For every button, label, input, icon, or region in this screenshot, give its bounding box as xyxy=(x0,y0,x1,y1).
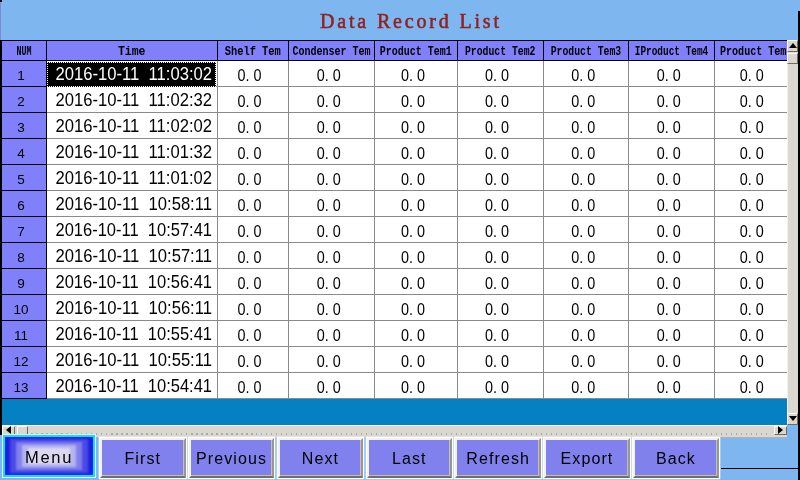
svg-text:0. 0: 0. 0 xyxy=(571,248,595,267)
svg-text:6: 6 xyxy=(17,198,25,213)
svg-text:2016-10-11 11:02:32: 2016-10-11 11:02:32 xyxy=(55,89,212,110)
svg-text:0. 0: 0. 0 xyxy=(739,248,763,267)
svg-text:0. 0: 0. 0 xyxy=(656,222,680,241)
svg-text:0. 0: 0. 0 xyxy=(238,92,262,111)
svg-text:0. 0: 0. 0 xyxy=(739,300,763,319)
svg-text:0. 0: 0. 0 xyxy=(401,378,425,397)
svg-text:3: 3 xyxy=(17,120,25,135)
svg-text:0. 0: 0. 0 xyxy=(401,274,425,293)
svg-text:0. 0: 0. 0 xyxy=(656,378,680,397)
svg-text:0. 0: 0. 0 xyxy=(401,66,425,85)
svg-text:13: 13 xyxy=(13,380,28,395)
svg-text:0. 0: 0. 0 xyxy=(739,66,763,85)
svg-text:0. 0: 0. 0 xyxy=(485,196,509,215)
svg-text:0. 0: 0. 0 xyxy=(401,248,425,267)
svg-text:0. 0: 0. 0 xyxy=(739,352,763,371)
svg-text:2016-10-11 10:57:41: 2016-10-11 10:57:41 xyxy=(55,219,212,240)
svg-text:0. 0: 0. 0 xyxy=(401,170,425,189)
svg-text:0. 0: 0. 0 xyxy=(571,274,595,293)
svg-text:Product Tem3: Product Tem3 xyxy=(551,44,622,59)
svg-text:0. 0: 0. 0 xyxy=(571,144,595,163)
svg-text:0. 0: 0. 0 xyxy=(401,222,425,241)
svg-text:0. 0: 0. 0 xyxy=(238,196,262,215)
svg-text:0. 0: 0. 0 xyxy=(485,248,509,267)
svg-text:NUM: NUM xyxy=(17,44,32,59)
svg-text:0. 0: 0. 0 xyxy=(401,326,425,345)
svg-text:0. 0: 0. 0 xyxy=(485,170,509,189)
svg-text:Data Record List: Data Record List xyxy=(320,10,499,32)
svg-text:2016-10-11 10:55:11: 2016-10-11 10:55:11 xyxy=(55,349,212,370)
svg-text:0. 0: 0. 0 xyxy=(238,300,262,319)
svg-text:0. 0: 0. 0 xyxy=(656,196,680,215)
svg-text:0. 0: 0. 0 xyxy=(316,326,340,345)
svg-text:1: 1 xyxy=(17,68,25,83)
svg-text:2016-10-11 11:02:02: 2016-10-11 11:02:02 xyxy=(55,115,212,136)
svg-text:2016-10-11 10:55:41: 2016-10-11 10:55:41 xyxy=(55,323,212,344)
svg-text:11: 11 xyxy=(13,328,27,343)
svg-text:0. 0: 0. 0 xyxy=(739,274,763,293)
svg-text:0. 0: 0. 0 xyxy=(316,378,340,397)
svg-text:0. 0: 0. 0 xyxy=(739,144,763,163)
svg-text:0. 0: 0. 0 xyxy=(238,144,262,163)
svg-text:2016-10-11 11:03:02: 2016-10-11 11:03:02 xyxy=(55,63,212,84)
svg-text:0. 0: 0. 0 xyxy=(238,248,262,267)
svg-text:0. 0: 0. 0 xyxy=(401,352,425,371)
svg-text:0. 0: 0. 0 xyxy=(316,92,340,111)
svg-text:IProduct Tem4: IProduct Tem4 xyxy=(635,44,709,59)
svg-text:0. 0: 0. 0 xyxy=(571,300,595,319)
svg-text:0. 0: 0. 0 xyxy=(238,274,262,293)
svg-text:Product Tem2: Product Tem2 xyxy=(465,44,536,59)
svg-text:2016-10-11 10:57:11: 2016-10-11 10:57:11 xyxy=(55,245,212,266)
svg-text:0. 0: 0. 0 xyxy=(656,248,680,267)
svg-text:0. 0: 0. 0 xyxy=(485,92,509,111)
svg-text:0. 0: 0. 0 xyxy=(656,274,680,293)
svg-text:0. 0: 0. 0 xyxy=(485,352,509,371)
svg-text:2016-10-11 10:56:41: 2016-10-11 10:56:41 xyxy=(55,271,212,292)
svg-text:0. 0: 0. 0 xyxy=(571,378,595,397)
svg-text:0. 0: 0. 0 xyxy=(739,326,763,345)
svg-text:0. 0: 0. 0 xyxy=(401,118,425,137)
svg-text:0. 0: 0. 0 xyxy=(316,196,340,215)
svg-text:5: 5 xyxy=(17,172,25,187)
svg-text:10: 10 xyxy=(13,302,28,317)
svg-text:Shelf Tem: Shelf Tem xyxy=(225,44,281,59)
svg-text:0. 0: 0. 0 xyxy=(401,92,425,111)
svg-text:0. 0: 0. 0 xyxy=(401,300,425,319)
svg-text:0. 0: 0. 0 xyxy=(656,300,680,319)
svg-text:0. 0: 0. 0 xyxy=(316,300,340,319)
svg-text:0. 0: 0. 0 xyxy=(401,144,425,163)
svg-text:0. 0: 0. 0 xyxy=(656,352,680,371)
svg-text:Product Tem1: Product Tem1 xyxy=(380,44,452,59)
svg-text:0. 0: 0. 0 xyxy=(739,92,763,111)
svg-text:2016-10-11 10:58:11: 2016-10-11 10:58:11 xyxy=(55,193,212,214)
svg-text:Time: Time xyxy=(118,44,146,59)
svg-text:0. 0: 0. 0 xyxy=(656,326,680,345)
svg-text:0. 0: 0. 0 xyxy=(571,352,595,371)
svg-text:0. 0: 0. 0 xyxy=(739,170,763,189)
svg-text:7: 7 xyxy=(17,224,25,239)
svg-text:0. 0: 0. 0 xyxy=(485,66,509,85)
svg-text:2: 2 xyxy=(17,94,25,109)
svg-text:0. 0: 0. 0 xyxy=(739,222,763,241)
svg-text:Product Tem5: Product Tem5 xyxy=(720,44,793,59)
svg-text:2016-10-11 10:56:11: 2016-10-11 10:56:11 xyxy=(55,297,212,318)
svg-text:0. 0: 0. 0 xyxy=(656,66,680,85)
svg-text:0. 0: 0. 0 xyxy=(571,170,595,189)
svg-text:0. 0: 0. 0 xyxy=(485,118,509,137)
svg-text:0. 0: 0. 0 xyxy=(485,378,509,397)
svg-text:0. 0: 0. 0 xyxy=(571,326,595,345)
svg-text:0. 0: 0. 0 xyxy=(739,118,763,137)
svg-text:0. 0: 0. 0 xyxy=(739,196,763,215)
svg-text:0. 0: 0. 0 xyxy=(238,352,262,371)
svg-text:2016-10-11 11:01:02: 2016-10-11 11:01:02 xyxy=(55,167,212,188)
svg-text:0. 0: 0. 0 xyxy=(316,352,340,371)
svg-text:0. 0: 0. 0 xyxy=(571,66,595,85)
svg-text:0. 0: 0. 0 xyxy=(238,378,262,397)
svg-text:0. 0: 0. 0 xyxy=(571,118,595,137)
svg-text:Condenser Tem: Condenser Tem xyxy=(293,44,371,59)
svg-text:0. 0: 0. 0 xyxy=(238,326,262,345)
svg-text:0. 0: 0. 0 xyxy=(316,118,340,137)
svg-text:0. 0: 0. 0 xyxy=(401,196,425,215)
svg-text:0. 0: 0. 0 xyxy=(571,196,595,215)
svg-text:0. 0: 0. 0 xyxy=(656,118,680,137)
